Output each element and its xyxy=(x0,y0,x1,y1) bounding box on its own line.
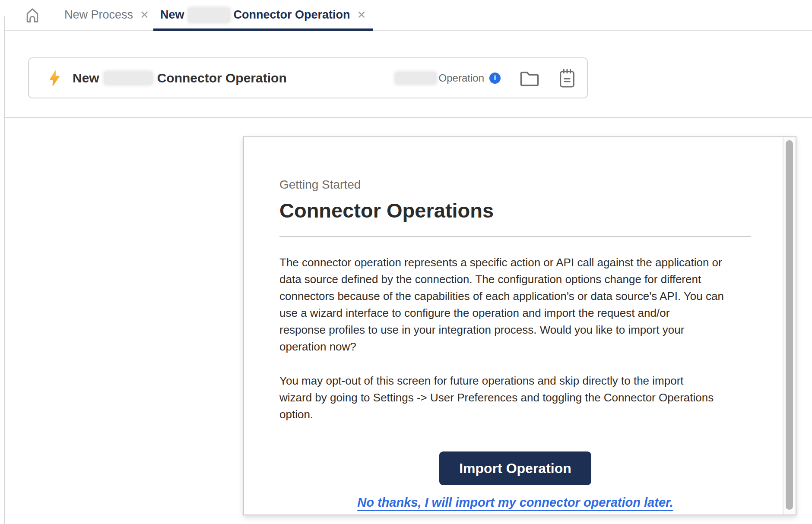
operation-type-label: Operation xyxy=(439,72,484,84)
notes-button[interactable] xyxy=(558,68,576,88)
redacted-text xyxy=(395,72,436,84)
app-window: New Process ✕ New Connector Operation ✕ … xyxy=(0,0,812,524)
dialog-content: Getting Started Connector Operations The… xyxy=(279,178,751,510)
content-divider xyxy=(5,117,812,118)
dialog-kicker: Getting Started xyxy=(279,178,751,192)
tab-label: New Process xyxy=(64,8,133,22)
close-icon[interactable]: ✕ xyxy=(357,9,366,20)
scrollbar-thumb[interactable] xyxy=(786,140,793,510)
info-icon[interactable]: i xyxy=(489,73,501,84)
tab-label-prefix: New xyxy=(160,8,184,22)
redacted-text xyxy=(104,72,152,85)
dialog-title: Connector Operations xyxy=(279,199,751,222)
tab-bar: New Process ✕ New Connector Operation ✕ xyxy=(5,0,812,31)
tab-label-suffix: Connector Operation xyxy=(234,8,350,22)
lightning-bolt-icon xyxy=(49,70,60,86)
folder-icon xyxy=(520,70,539,86)
operation-header-card: New Connector Operation Operation i xyxy=(28,57,588,98)
window-left-border xyxy=(4,16,5,524)
operation-header-actions: Operation i xyxy=(395,68,576,88)
skip-import-link[interactable]: No thanks, I will import my connector op… xyxy=(357,496,673,509)
operation-title-prefix: New xyxy=(73,71,99,85)
redacted-text xyxy=(188,8,230,22)
optout-paragraph: You may opt-out of this screen for futur… xyxy=(279,372,751,423)
getting-started-dialog: Getting Started Connector Operations The… xyxy=(243,136,796,515)
title-divider xyxy=(279,236,751,237)
dialog-actions: Import Operation xyxy=(279,451,751,485)
tab-new-connector-operation[interactable]: New Connector Operation ✕ xyxy=(153,0,373,30)
import-operation-button[interactable]: Import Operation xyxy=(439,451,591,485)
close-icon[interactable]: ✕ xyxy=(140,9,149,20)
operation-title: New Connector Operation xyxy=(73,71,287,85)
tab-new-process[interactable]: New Process ✕ xyxy=(64,0,149,30)
operation-title-suffix: Connector Operation xyxy=(157,71,287,85)
intro-paragraph: The connector operation represents a spe… xyxy=(279,254,751,355)
dialog-scrollbar[interactable] xyxy=(783,137,796,515)
notes-icon xyxy=(558,68,576,88)
home-tab-button[interactable] xyxy=(24,6,41,25)
skip-link-row: No thanks, I will import my connector op… xyxy=(279,496,751,510)
folder-button[interactable] xyxy=(520,70,539,86)
home-icon xyxy=(25,6,40,23)
